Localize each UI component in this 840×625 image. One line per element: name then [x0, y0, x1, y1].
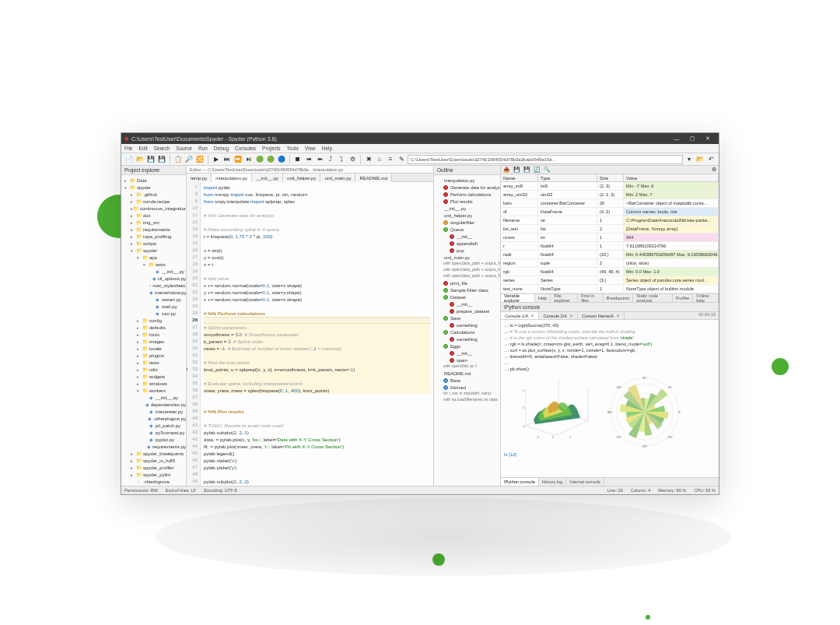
- tree-item[interactable]: ▸📁conda.recipe: [121, 198, 186, 205]
- varexp-row[interactable]: seriesSeries(3,)Series object of pandas.…: [501, 276, 719, 285]
- tree-item[interactable]: ▸📁config: [121, 317, 186, 324]
- outline-item[interactable]: unit_helper.py: [434, 212, 500, 219]
- tree-item[interactable]: ◆dependencies.py: [121, 401, 186, 408]
- outline-item[interactable]: Generate data for analysis: [434, 184, 500, 191]
- outline-item[interactable]: Plot results: [434, 198, 500, 205]
- varexp-row[interactable]: filenamestr1C:\ProgramData\Anaconda3\lib…: [501, 216, 719, 225]
- menu-search[interactable]: Search: [154, 146, 170, 151]
- outline-item[interactable]: __init__: [434, 233, 500, 240]
- outline-item[interactable]: __init__.py: [434, 205, 500, 212]
- tree-item[interactable]: ▾📁spyder: [121, 247, 186, 254]
- close-icon[interactable]: ✕: [569, 314, 573, 318]
- varexp-row[interactable]: regiontuple2(slice, slice): [501, 259, 719, 268]
- addr-btn-1[interactable]: 📂: [695, 155, 705, 164]
- outline-item[interactable]: __init__: [434, 300, 500, 307]
- editor-tab[interactable]: unit_helper.py: [283, 174, 320, 182]
- tree-item[interactable]: ▫.checkignore: [121, 478, 186, 485]
- tree-item[interactable]: ▸📁spyder_breakpoints: [121, 450, 186, 457]
- toolbar-btn-13[interactable]: 🔵: [277, 155, 286, 164]
- close-icon[interactable]: ✕: [530, 314, 534, 318]
- menu-projects[interactable]: Projects: [262, 146, 280, 151]
- console-tab[interactable]: Console 1/A ✕: [501, 312, 539, 319]
- tree-item[interactable]: ▸📁images: [121, 338, 186, 345]
- toolbar-btn-16[interactable]: ⬅: [315, 155, 324, 164]
- menu-consoles[interactable]: Consoles: [235, 146, 256, 151]
- col-name[interactable]: Name: [501, 174, 538, 181]
- panel-tab[interactable]: Breakpoints: [604, 294, 634, 302]
- toolbar-btn-18[interactable]: ⤵: [337, 155, 346, 164]
- outline-item[interactable]: something: [434, 335, 500, 342]
- panel-tab[interactable]: Static code analysis: [633, 294, 672, 302]
- toolbar-btn-22[interactable]: ≡: [386, 155, 395, 164]
- outline-item[interactable]: Queue: [434, 226, 500, 233]
- varexp-row[interactable]: array_int8int8(2, 3)Min: -7 Max: 6: [501, 182, 719, 191]
- tree-item[interactable]: ▸📁spyder_pylint: [121, 471, 186, 478]
- tree-item[interactable]: ◆requirements.py: [121, 443, 186, 450]
- panel-tab[interactable]: Profiler: [673, 294, 694, 302]
- tree-item[interactable]: ▸📁img_src: [121, 219, 186, 226]
- varexp-row[interactable]: rgbfloat64(48, 48, 4)Min: 0.0 Max: 1.0: [501, 268, 719, 276]
- outline-item[interactable]: pop: [434, 247, 500, 254]
- varexp-row[interactable]: test_noneNoneType1NoneType object of bui…: [501, 285, 719, 293]
- editor-tab[interactable]: interpolation.py: [212, 174, 252, 182]
- ipython-prompt[interactable]: In [12]:: [504, 451, 716, 458]
- outline-item[interactable]: interpolation.py: [434, 177, 500, 184]
- tree-item[interactable]: ▸📁doc: [121, 212, 186, 219]
- close-button[interactable]: ✕: [700, 135, 716, 142]
- outline-item[interactable]: unit_main.py: [434, 254, 500, 261]
- varexp-refresh-icon[interactable]: 🔄: [534, 167, 541, 173]
- tree-item[interactable]: ◆pyplot.py: [121, 436, 186, 443]
- tree-item[interactable]: ◆cli_options.py: [121, 275, 186, 282]
- tree-item[interactable]: ◆interpreter.py: [121, 408, 186, 415]
- toolbar-btn-10[interactable]: ⏯: [244, 155, 254, 164]
- tree-item[interactable]: ▾📁tests: [121, 261, 186, 268]
- tree-item[interactable]: ▸📁fonts: [121, 331, 186, 338]
- outline-item[interactable]: spam: [434, 356, 500, 363]
- menu-run[interactable]: Run: [198, 146, 208, 151]
- panel-tab[interactable]: IPython console: [501, 478, 539, 486]
- tree-item[interactable]: ◆py3compat.py: [121, 429, 186, 436]
- outline-item[interactable]: Base: [434, 377, 500, 384]
- tree-item[interactable]: ▸📁defaults: [121, 324, 186, 331]
- toolbar-btn-11[interactable]: 🟢: [255, 155, 264, 164]
- tree-item[interactable]: ◆__init__.py: [121, 394, 186, 401]
- tree-item[interactable]: ◆start.py: [121, 303, 186, 310]
- panel-tab[interactable]: File explorer: [551, 294, 578, 302]
- varexp-import-icon[interactable]: 📥: [503, 167, 510, 173]
- tree-item[interactable]: ◆tour.py: [121, 310, 186, 317]
- toolbar-btn-9[interactable]: ⏩: [233, 155, 243, 164]
- outline-item[interactable]: Eggs: [434, 342, 500, 349]
- toolbar-btn-21[interactable]: ⌂: [375, 155, 384, 164]
- tree-item[interactable]: ▸📁utils: [121, 366, 186, 373]
- menu-help[interactable]: Help: [322, 146, 332, 151]
- toolbar-btn-0[interactable]: 📄: [124, 155, 134, 164]
- col-value[interactable]: Value: [624, 174, 719, 181]
- outline-item[interactable]: Calculations: [434, 328, 500, 335]
- tree-item[interactable]: ▸📁rope_profiling: [121, 233, 186, 240]
- console-tab[interactable]: Console 2/A ✕: [539, 312, 577, 319]
- tree-item[interactable]: ▸📁spyder_io_hdf5: [121, 457, 186, 464]
- tree-item[interactable]: ▸📁plugins: [121, 352, 186, 359]
- tree-item[interactable]: ◆pil_patch.py: [121, 422, 186, 429]
- varexp-options-icon[interactable]: ⚙: [712, 167, 716, 173]
- col-size[interactable]: Size: [597, 174, 624, 181]
- outline-item[interactable]: prepare_dataset: [434, 307, 500, 314]
- editor-tab[interactable]: __init__.py: [252, 174, 283, 182]
- tree-item[interactable]: ▫mac_stylesheet.qss: [121, 282, 186, 289]
- addr-btn-2[interactable]: ↶: [706, 155, 716, 164]
- menu-source[interactable]: Source: [176, 146, 192, 151]
- tree-item[interactable]: ▸📁locale: [121, 345, 186, 352]
- outline-item[interactable]: Dataset: [434, 293, 500, 300]
- working-dir-field[interactable]: C:\Users\TestUser\Downloads\d27401084554…: [408, 155, 683, 164]
- outline-item[interactable]: something: [434, 321, 500, 328]
- menu-view[interactable]: View: [305, 146, 316, 151]
- tree-item[interactable]: ▸📁continuous_integration: [121, 205, 186, 212]
- toolbar-btn-6[interactable]: 🔀: [195, 155, 205, 164]
- varexp-row[interactable]: barscontainer.BarContainer20<BarContaine…: [501, 199, 719, 208]
- col-type[interactable]: Type: [538, 174, 597, 181]
- panel-tab[interactable]: Online help: [693, 294, 719, 302]
- panel-tab[interactable]: Help: [535, 294, 551, 302]
- outline-item[interactable]: Sample Filter class: [434, 286, 500, 293]
- console-tab[interactable]: Custom Name/A ✕: [578, 312, 625, 319]
- outline-item[interactable]: print_file: [434, 279, 500, 286]
